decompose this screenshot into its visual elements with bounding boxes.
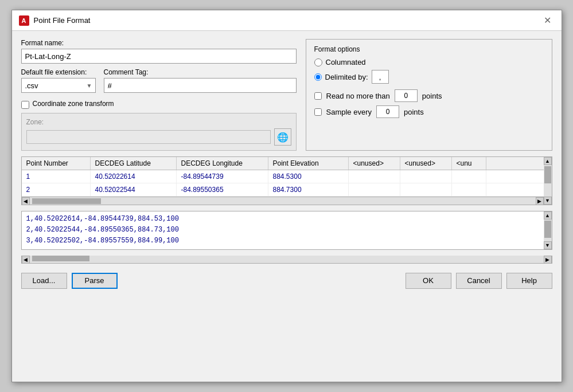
parse-button[interactable]: Parse: [72, 273, 118, 289]
read-no-more-suffix: points: [422, 92, 442, 100]
read-no-more-input[interactable]: [395, 89, 418, 102]
raw-line-1: 1,40.52022614,-84.89544739,884.53,100: [26, 214, 539, 225]
table-h-scrollbar[interactable]: ◀ ▶: [22, 197, 544, 205]
scroll-right-arrow[interactable]: ▶: [536, 197, 544, 205]
table-row: 2 40.52022544 -84.89550365 884.7300: [22, 183, 544, 197]
right-panel: Format options Columnated Delimited by: …: [306, 39, 552, 151]
scroll-up-arrow[interactable]: ▲: [544, 157, 552, 165]
raw-scroll-right[interactable]: ▶: [544, 256, 552, 264]
raw-v-thumb[interactable]: [544, 221, 551, 238]
raw-v-scrollbar[interactable]: ▲ ▼: [544, 211, 552, 249]
title-bar: A Point File Format ✕: [12, 10, 562, 31]
left-panel: Format name: Default file extension: .cs…: [21, 39, 297, 151]
cell-row2-u2: [400, 183, 452, 196]
file-ext-select[interactable]: .csv .txt .xyz: [21, 78, 96, 93]
comment-tag-input[interactable]: [104, 78, 297, 93]
comment-tag-field: Comment Tag:: [104, 68, 297, 93]
cell-row1-lon: -84.89544739: [177, 170, 268, 183]
ok-button[interactable]: OK: [406, 273, 451, 289]
btn-group-right: OK Cancel Help: [406, 273, 552, 289]
globe-button[interactable]: 🌐: [274, 128, 291, 146]
raw-line-2: 2,40.52022544,-84.89550365,884.73,100: [26, 225, 539, 236]
help-button[interactable]: Help: [506, 273, 552, 289]
v-scroll-thumb[interactable]: [544, 166, 551, 183]
zone-input[interactable]: [26, 130, 271, 144]
scroll-down-arrow[interactable]: ▼: [544, 197, 552, 205]
cell-row2-u3: [452, 183, 486, 196]
scroll-left-arrow[interactable]: ◀: [22, 197, 30, 205]
cell-row2-lat: 40.52022544: [91, 183, 177, 196]
sample-every-input[interactable]: [376, 105, 399, 118]
delimited-radio[interactable]: [314, 73, 322, 81]
table-v-scrollbar[interactable]: ▲ ▼: [544, 157, 552, 205]
delimited-label: Delimited by:: [325, 73, 368, 81]
cell-row1-lat: 40.52022614: [91, 170, 177, 183]
cell-row1-elev: 884.5300: [268, 170, 349, 183]
table-header: Point Number DECDEG Latitude DECDEG Long…: [22, 157, 544, 170]
data-table-container: Point Number DECDEG Latitude DECDEG Long…: [21, 156, 552, 205]
table-rows: 1 40.52022614 -84.89544739 884.5300 2 40…: [22, 170, 544, 197]
raw-data-content: 1,40.52022614,-84.89544739,884.53,100 2,…: [22, 211, 544, 249]
bottom-bar: Load... Parse OK Cancel Help: [21, 269, 552, 289]
coord-zone-checkbox[interactable]: [21, 101, 29, 109]
columnated-label: Columnated: [326, 58, 366, 66]
table-row: 1 40.52022614 -84.89544739 884.5300: [22, 170, 544, 183]
zone-row: 🌐: [26, 128, 291, 146]
read-no-more-checkbox[interactable]: [314, 92, 322, 100]
columnated-row: Columnated: [314, 58, 544, 66]
format-options-title: Format options: [314, 45, 544, 53]
title-bar-left: A Point File Format: [19, 15, 91, 26]
sample-every-checkbox[interactable]: [314, 108, 322, 116]
point-file-format-dialog: A Point File Format ✕ Format name: Defau…: [11, 10, 562, 382]
h-scroll-thumb[interactable]: [32, 198, 101, 204]
file-ext-label: Default file extension:: [21, 68, 96, 76]
cell-row2-num: 2: [22, 183, 91, 196]
v-scroll-track: [544, 165, 551, 197]
app-icon: A: [19, 15, 29, 26]
raw-scroll-down-arrow[interactable]: ▼: [544, 241, 552, 249]
col-header-unused1: <unused>: [349, 157, 400, 170]
col-header-latitude: DECDEG Latitude: [91, 157, 177, 170]
read-no-more-label: Read no more than: [326, 92, 390, 100]
col-header-unused2: <unused>: [400, 157, 452, 170]
cell-row1-u1: [349, 170, 400, 183]
sample-every-row: Sample every points: [314, 105, 544, 118]
raw-h-scrollbar[interactable]: ◀ ▶: [21, 256, 552, 264]
load-button[interactable]: Load...: [21, 273, 67, 289]
cell-row1-u3: [452, 170, 486, 183]
raw-line-3: 3,40.52022502,-84.89557559,884.99,100: [26, 236, 539, 246]
raw-h-track: [30, 256, 544, 261]
cancel-button[interactable]: Cancel: [456, 273, 502, 289]
read-no-more-row: Read no more than points: [314, 89, 544, 102]
col-header-point-number: Point Number: [22, 157, 91, 170]
dialog-title: Point File Format: [34, 16, 91, 25]
format-name-input[interactable]: [21, 49, 297, 64]
ext-comment-row: Default file extension: .csv .txt .xyz ▼…: [21, 68, 297, 93]
cell-row2-lon: -84.89550365: [177, 183, 268, 196]
col-header-longitude: DECDEG Longitude: [177, 157, 268, 170]
cell-row2-u1: [349, 183, 400, 196]
raw-data-section: 1,40.52022614,-84.89544739,884.53,100 2,…: [21, 211, 552, 250]
coord-zone-section: Coordinate zone transform Zone: 🌐: [21, 100, 297, 151]
raw-v-track: [544, 219, 551, 241]
cell-row2-elev: 884.7300: [268, 183, 349, 196]
raw-h-thumb[interactable]: [32, 256, 89, 261]
cell-row1-u2: [400, 170, 452, 183]
coord-zone-checkbox-row: Coordinate zone transform: [21, 100, 297, 109]
format-name-field: Format name:: [21, 39, 297, 64]
delimiter-input[interactable]: [372, 70, 389, 84]
raw-scroll-left[interactable]: ◀: [22, 256, 30, 264]
raw-scroll-up-arrow[interactable]: ▲: [544, 211, 552, 219]
btn-group-left: Load... Parse: [21, 273, 118, 289]
table-inner: Point Number DECDEG Latitude DECDEG Long…: [22, 157, 544, 205]
file-ext-select-wrap: .csv .txt .xyz ▼: [21, 78, 96, 93]
sample-every-label: Sample every: [326, 108, 372, 116]
sample-every-suffix: points: [404, 108, 424, 116]
columnated-radio[interactable]: [314, 58, 322, 66]
zone-box: Zone: 🌐: [21, 113, 297, 151]
file-ext-field: Default file extension: .csv .txt .xyz ▼: [21, 68, 96, 93]
cell-row1-num: 1: [22, 170, 91, 183]
h-scroll-track: [30, 198, 536, 204]
col-header-elevation: Point Elevation: [268, 157, 349, 170]
close-button[interactable]: ✕: [541, 14, 555, 28]
